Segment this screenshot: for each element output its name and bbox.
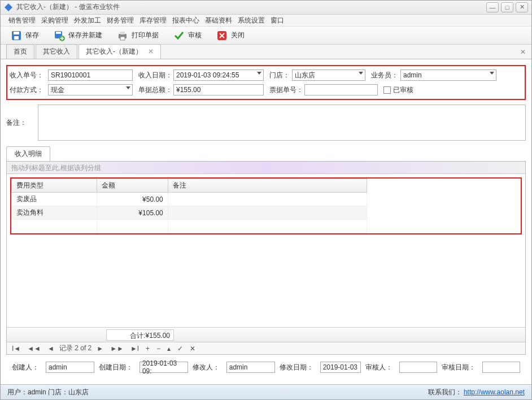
save-button[interactable]: 保存	[11, 30, 39, 41]
createdate-label: 创建日期：	[99, 363, 135, 372]
chevron-down-icon	[126, 86, 130, 89]
check-icon	[173, 30, 185, 41]
billno-label: 票据单号：	[269, 85, 304, 95]
billno-input[interactable]	[304, 84, 378, 95]
remark-textarea[interactable]	[38, 105, 526, 141]
pager-text: 记录 2 of 2	[59, 344, 91, 353]
app-window: 其它收入-（新建） - 傲蓝布业软件 — □ ✕ 销售管理 采购管理 外发加工 …	[0, 0, 532, 400]
pager: I◄ ◄◄ ◄ 记录 2 of 2 ► ►► ►I + − ▴ ✓ ✕	[7, 342, 525, 354]
orderno-label: 收入单号：	[10, 71, 48, 80]
total-label: 单据总额：	[138, 85, 173, 95]
detail-grid[interactable]: 费用类型 金额 备注 卖废品¥50.00 卖边角料¥105.00	[11, 179, 367, 233]
svg-marker-0	[5, 3, 12, 11]
close-window-button[interactable]: ✕	[516, 2, 528, 12]
pager-next[interactable]: ►	[95, 345, 105, 353]
table-row[interactable]: 卖边角料¥105.00	[12, 206, 367, 220]
store-combo[interactable]: 山东店	[292, 69, 365, 81]
pager-cancel[interactable]: ✕	[188, 345, 197, 353]
audit-row: 创建人： admin 创建日期： 2019-01-03 09: 修改人： adm…	[6, 355, 526, 380]
date-input[interactable]: 2019-01-03 09:24:55	[173, 69, 264, 81]
svg-rect-3	[14, 36, 19, 40]
chevron-down-icon	[257, 72, 261, 75]
audit-label: 审核	[188, 31, 202, 40]
grid-footer: 合计:¥155.00	[7, 327, 525, 342]
audited-checkbox[interactable]: 已审核	[383, 85, 413, 95]
save-new-button[interactable]: 保存并新建	[54, 30, 102, 41]
window-title: 其它收入-（新建） - 傲蓝布业软件	[16, 2, 486, 12]
pager-remove[interactable]: −	[155, 345, 162, 353]
save-label: 保存	[25, 31, 39, 40]
total-input[interactable]: ¥155.00	[173, 84, 264, 95]
grid-highlight: 费用类型 金额 备注 卖废品¥50.00 卖边角料¥105.00	[10, 177, 522, 234]
status-user: 用户：admin 门店：山东店	[7, 388, 89, 397]
menu-purchase[interactable]: 采购管理	[41, 16, 68, 25]
menu-report[interactable]: 报表中心	[172, 16, 199, 25]
col-remark[interactable]: 备注	[168, 179, 367, 193]
menu-sales[interactable]: 销售管理	[8, 16, 36, 25]
save-new-label: 保存并新建	[68, 31, 102, 40]
creator-input[interactable]: admin	[46, 362, 94, 373]
form-area: 收入单号：SR19010001 收入日期：2019-01-03 09:24:55…	[1, 59, 531, 384]
paymethod-label: 付款方式：	[10, 85, 48, 95]
pager-prev[interactable]: ◄	[46, 345, 56, 353]
col-amount[interactable]: 金额	[97, 179, 168, 193]
pager-add[interactable]: +	[144, 345, 151, 353]
menubar: 销售管理 采购管理 外发加工 财务管理 库存管理 报表中心 基础资料 系统设置 …	[1, 15, 531, 27]
audit-button[interactable]: 审核	[173, 30, 202, 41]
tab-close-icon[interactable]: ✕	[148, 47, 154, 55]
pager-edit[interactable]: ▴	[165, 345, 172, 353]
pager-prevpage[interactable]: ◄◄	[25, 345, 42, 353]
status-link[interactable]: http://www.aolan.net	[464, 388, 525, 396]
grid-area: 拖动列标题至此,根据该列分组 费用类型 金额 备注 卖废品¥50.00 卖边角料…	[6, 161, 526, 355]
auditdate-input[interactable]	[482, 362, 520, 373]
pager-commit[interactable]: ✓	[176, 345, 185, 353]
toolbar: 保存 保存并新建 打印单据 审核 关闭	[1, 27, 531, 45]
col-type[interactable]: 费用类型	[12, 179, 97, 193]
orderno-input[interactable]: SR19010001	[48, 69, 133, 81]
window-buttons: — □ ✕	[486, 2, 528, 12]
maximize-button[interactable]: □	[501, 2, 513, 12]
table-row[interactable]: 卖废品¥50.00	[12, 193, 367, 206]
grid-sum: 合计:¥155.00	[106, 329, 174, 341]
menu-system[interactable]: 系统设置	[238, 16, 265, 25]
menu-basedata[interactable]: 基础资料	[205, 16, 232, 25]
tabs-close-all-icon[interactable]: ✕	[520, 48, 526, 56]
menu-inventory[interactable]: 库存管理	[139, 16, 167, 25]
menu-outsource[interactable]: 外发加工	[74, 16, 101, 25]
table-row-empty[interactable]	[12, 220, 367, 233]
print-button[interactable]: 打印单据	[117, 30, 159, 41]
modifier-label: 修改人：	[193, 363, 222, 372]
createdate-input[interactable]: 2019-01-03 09:	[139, 362, 188, 373]
menu-window[interactable]: 窗口	[271, 16, 284, 25]
auditor-input[interactable]	[399, 362, 437, 373]
salesman-combo[interactable]: admin	[400, 69, 496, 81]
minimize-button[interactable]: —	[486, 2, 499, 12]
doc-tabs: 首页 其它收入 其它收入-（新建）✕ ✕	[1, 45, 531, 59]
tab-other-income[interactable]: 其它收入	[36, 44, 77, 59]
titlebar: 其它收入-（新建） - 傲蓝布业软件 — □ ✕	[1, 1, 531, 15]
modifydate-label: 修改日期：	[280, 363, 316, 372]
tab-home[interactable]: 首页	[6, 44, 34, 59]
pager-last[interactable]: ►I	[129, 345, 141, 353]
pager-nextpage[interactable]: ►►	[108, 345, 125, 353]
menu-finance[interactable]: 财务管理	[107, 16, 134, 25]
svg-rect-9	[120, 37, 125, 40]
print-icon	[117, 30, 128, 41]
tab-other-income-new[interactable]: 其它收入-（新建）✕	[79, 44, 161, 59]
modifydate-input[interactable]: 2019-01-03	[320, 362, 361, 373]
chevron-down-icon	[359, 72, 363, 75]
statusbar: 用户：admin 门店：山东店 联系我们： http://www.aolan.n…	[1, 384, 531, 399]
header-form-highlight: 收入单号：SR19010001 收入日期：2019-01-03 09:24:55…	[6, 65, 526, 100]
detail-tabs: 收入明细	[6, 146, 526, 161]
print-label: 打印单据	[132, 31, 159, 40]
checkbox-icon	[383, 86, 391, 94]
group-hint[interactable]: 拖动列标题至此,根据该列分组	[7, 162, 525, 174]
pager-first[interactable]: I◄	[10, 345, 22, 353]
modifier-input[interactable]: admin	[226, 362, 275, 373]
detail-tab-income[interactable]: 收入明细	[6, 146, 50, 161]
svg-rect-2	[14, 32, 19, 34]
status-contact: 联系我们： http://www.aolan.net	[428, 388, 525, 397]
paymethod-combo[interactable]: 现金	[48, 84, 133, 95]
close-button[interactable]: 关闭	[216, 30, 245, 41]
svg-rect-8	[120, 32, 125, 34]
